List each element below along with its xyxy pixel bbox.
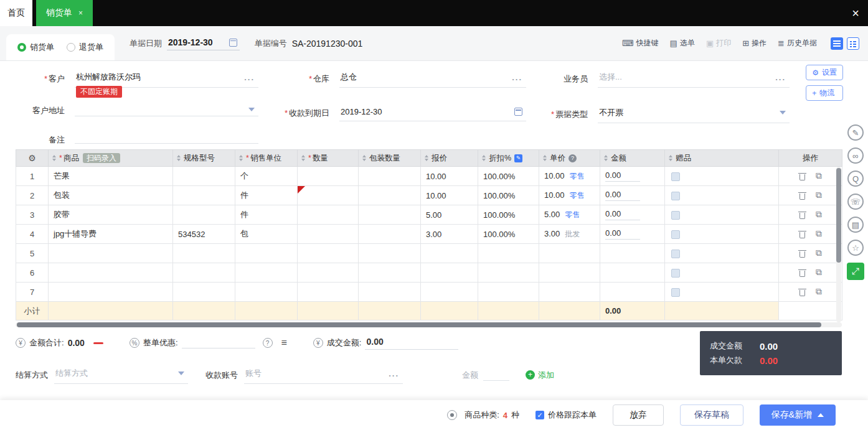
- header-price[interactable]: 单价?: [539, 150, 600, 167]
- help-icon[interactable]: ?: [263, 338, 273, 348]
- cell-price[interactable]: 10.00零售: [539, 167, 600, 186]
- table-row[interactable]: 1 芒果 个 10.00 100.00% 10.00零售 0.00 ⧉: [16, 167, 842, 186]
- cell-pkg-qty[interactable]: [359, 244, 421, 263]
- cell-quote[interactable]: [421, 283, 478, 302]
- copy-row-icon[interactable]: ⧉: [816, 210, 822, 220]
- cell-pkg-qty[interactable]: [359, 263, 421, 283]
- link-icon[interactable]: ∞: [847, 147, 864, 164]
- cell-qty[interactable]: [298, 225, 359, 244]
- chevron-down-icon[interactable]: [248, 108, 255, 111]
- delete-row-icon[interactable]: [799, 250, 806, 258]
- account-input[interactable]: 账号 ...: [244, 366, 403, 384]
- cell-product[interactable]: [49, 283, 173, 302]
- delete-row-icon[interactable]: [799, 172, 806, 180]
- tab-sales-order[interactable]: 销货单 ×: [36, 0, 93, 26]
- header-spec[interactable]: 规格型号: [173, 150, 235, 167]
- customer-input[interactable]: 杭州解放路沃尔玛 ...: [75, 70, 258, 88]
- sort-icon[interactable]: [177, 155, 181, 161]
- cell-price[interactable]: 3.00批发: [539, 225, 600, 244]
- vertical-scrollbar-thumb[interactable]: [836, 168, 841, 263]
- remark-input[interactable]: [75, 137, 258, 144]
- abandon-button[interactable]: 放弃: [613, 404, 664, 426]
- copy-row-icon[interactable]: ⧉: [816, 268, 822, 278]
- cell-unit[interactable]: 件: [235, 186, 298, 205]
- gift-checkbox[interactable]: [671, 250, 680, 258]
- copy-row-icon[interactable]: ⧉: [816, 171, 822, 181]
- sort-icon[interactable]: [482, 155, 486, 161]
- cell-unit[interactable]: [235, 283, 298, 302]
- history-documents-button[interactable]: ≣ 历史单据: [778, 38, 817, 49]
- salesman-picker-button[interactable]: ...: [775, 73, 786, 82]
- cell-amount[interactable]: 0.00: [600, 205, 665, 225]
- header-product[interactable]: *商品扫码录入: [49, 150, 173, 167]
- doc-date-input[interactable]: 2019-12-30: [167, 36, 240, 50]
- sort-icon[interactable]: [239, 155, 243, 161]
- radio-return-order[interactable]: 退货单: [67, 42, 103, 53]
- cell-amount[interactable]: [600, 263, 665, 283]
- cell-spec[interactable]: [173, 186, 235, 205]
- cell-pkg-qty[interactable]: [359, 186, 421, 205]
- cell-gift[interactable]: [665, 205, 779, 225]
- copy-row-icon[interactable]: ⧉: [816, 248, 822, 258]
- header-gift[interactable]: 赠品: [665, 150, 779, 167]
- price-track-toggle[interactable]: ✓ 价格跟踪本单: [535, 409, 597, 421]
- cell-product[interactable]: [49, 263, 173, 283]
- customer-picker-button[interactable]: ...: [244, 73, 255, 82]
- cell-discount[interactable]: [478, 263, 539, 283]
- header-pkg-qty[interactable]: 包装数量: [359, 150, 421, 167]
- discount-edit-icon[interactable]: ✎: [514, 154, 522, 162]
- cell-quote[interactable]: 10.00: [421, 186, 478, 205]
- cell-quote[interactable]: [421, 263, 478, 283]
- cell-gift[interactable]: [665, 167, 779, 186]
- cell-qty[interactable]: [298, 167, 359, 186]
- cell-price[interactable]: 5.00零售: [539, 205, 600, 225]
- header-qty[interactable]: *数量: [298, 150, 359, 167]
- cell-qty[interactable]: [298, 263, 359, 283]
- column-settings-gear-icon[interactable]: ⚙: [16, 150, 49, 167]
- cell-discount[interactable]: 100.00%: [478, 167, 539, 186]
- cell-spec[interactable]: 534532: [173, 225, 235, 244]
- gift-checkbox[interactable]: [671, 172, 680, 181]
- cell-discount[interactable]: 100.00%: [478, 205, 539, 225]
- delete-row-icon[interactable]: [799, 230, 806, 238]
- price-type-tag[interactable]: 零售: [565, 210, 580, 219]
- header-discount[interactable]: 折扣%✎: [478, 150, 539, 167]
- deal-amount-input[interactable]: 0.00: [365, 337, 458, 350]
- table-view-icon[interactable]: [831, 37, 843, 50]
- warehouse-picker-button[interactable]: ...: [512, 73, 522, 82]
- gift-checkbox[interactable]: [671, 288, 680, 297]
- table-row[interactable]: 2 包装 件 10.00 100.00% 10.00零售 0.00 ⧉: [16, 186, 842, 205]
- add-settlement-button[interactable]: + 添加: [526, 370, 554, 381]
- expand-icon[interactable]: ⤢: [847, 263, 864, 280]
- cell-discount[interactable]: 100.00%: [478, 225, 539, 244]
- cell-pkg-qty[interactable]: [359, 283, 421, 302]
- save-draft-button[interactable]: 保存草稿: [680, 404, 743, 426]
- delete-row-icon[interactable]: [799, 288, 806, 296]
- price-type-tag[interactable]: 批发: [565, 230, 580, 238]
- save-and-new-button[interactable]: 保存&新增: [760, 404, 836, 426]
- scan-input-button[interactable]: 扫码录入: [83, 153, 120, 163]
- cell-amount[interactable]: [600, 244, 665, 263]
- cell-price[interactable]: 10.00零售: [539, 186, 600, 205]
- cell-amount[interactable]: 0.00: [600, 225, 665, 244]
- card-view-icon[interactable]: [847, 37, 859, 50]
- cell-discount[interactable]: 100.00%: [478, 186, 539, 205]
- copy-row-icon[interactable]: ⧉: [816, 287, 822, 297]
- cell-product[interactable]: 包装: [49, 186, 173, 205]
- table-row[interactable]: 4 jpg十辅导费 534532 包 3.00 100.00% 3.00批发 0…: [16, 225, 842, 244]
- cell-spec[interactable]: [173, 167, 235, 186]
- cell-spec[interactable]: [173, 205, 235, 225]
- qq-icon[interactable]: Q: [847, 171, 864, 187]
- sort-icon[interactable]: [301, 155, 305, 161]
- delete-row-icon[interactable]: [799, 192, 806, 200]
- cell-gift[interactable]: [665, 263, 779, 283]
- chevron-down-icon[interactable]: [780, 111, 786, 115]
- cell-quote[interactable]: 10.00: [421, 167, 478, 186]
- cell-gift[interactable]: [665, 225, 779, 244]
- cell-spec[interactable]: [173, 244, 235, 263]
- cell-pkg-qty[interactable]: [359, 167, 421, 186]
- sort-icon[interactable]: [362, 155, 366, 161]
- cell-product[interactable]: 胶带: [49, 205, 173, 225]
- horizontal-scrollbar-thumb[interactable]: [17, 322, 821, 327]
- customer-address-select[interactable]: [75, 106, 258, 116]
